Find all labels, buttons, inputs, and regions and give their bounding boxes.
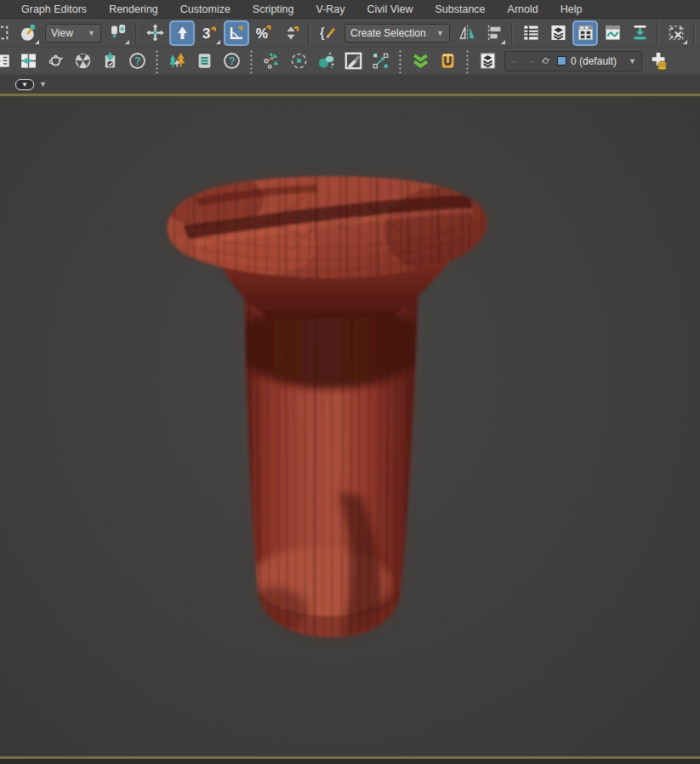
named-selection-sets-dropdown[interactable]: Create Selection Se▼ xyxy=(344,24,450,43)
reference-coordinate-system-dropdown-value: View xyxy=(51,27,81,39)
chevron-down-icon: ▼ xyxy=(88,29,95,37)
menu-item-graph-editors[interactable]: Graph Editors xyxy=(10,0,98,19)
toolbar-separator xyxy=(657,22,659,44)
toolbar-separator xyxy=(693,22,696,44)
vray-scene-export-icon[interactable] xyxy=(97,48,122,74)
window-bottom-strip xyxy=(0,759,700,764)
layer-color-swatch xyxy=(557,56,566,66)
menu-item-scripting[interactable]: Scripting xyxy=(242,0,305,19)
target-region-icon xyxy=(289,51,309,71)
vray-help-icon[interactable]: ? xyxy=(124,48,150,74)
viewport-tab-button[interactable]: ▼ xyxy=(15,79,34,90)
menu-item-help[interactable]: Help xyxy=(549,0,594,19)
perspective-viewport[interactable] xyxy=(0,96,700,756)
object-paint-icon xyxy=(344,51,363,71)
align-icon[interactable] xyxy=(481,20,507,46)
reference-coordinate-system-dropdown[interactable]: View▼ xyxy=(45,24,101,43)
svg-text:?: ? xyxy=(134,55,140,67)
layer-explorer-icon xyxy=(478,51,498,71)
toolbar-separator xyxy=(511,22,514,44)
clone-spheres-icon xyxy=(316,51,336,71)
forest-help-icon[interactable]: ? xyxy=(219,48,244,74)
select-and-place-icon xyxy=(19,23,38,43)
vray-frame-buffer-icon[interactable] xyxy=(0,48,14,74)
align-icon xyxy=(485,23,504,43)
vray-help-icon: ? xyxy=(128,51,147,71)
viewport-tab-flyout-arrow[interactable]: ▼ xyxy=(39,80,47,88)
selection-region-icon xyxy=(0,23,11,43)
svg-text:3: 3 xyxy=(202,26,209,42)
schematic-view-icon[interactable] xyxy=(663,20,689,46)
vray-viewport-render-icon xyxy=(19,51,38,71)
dock-ribbon-icon[interactable] xyxy=(627,20,652,46)
toggle-ribbon-icon xyxy=(576,23,595,43)
forest-library-icon[interactable] xyxy=(191,48,217,74)
menu-item-substance[interactable]: Substance xyxy=(424,0,497,19)
toggle-layer-explorer-icon[interactable] xyxy=(518,20,543,46)
mirror-icon[interactable] xyxy=(454,20,480,46)
edit-named-selection-sets-icon[interactable]: { xyxy=(315,20,340,46)
select-object-icon xyxy=(173,23,192,43)
scatter-tool-icon[interactable] xyxy=(259,48,284,74)
chevrons-plugin-icon xyxy=(411,51,430,71)
chevron-down-icon: ▼ xyxy=(629,57,636,66)
menu-item-arnold[interactable]: Arnold xyxy=(497,0,549,19)
vray-render-icon[interactable] xyxy=(43,48,68,74)
forest-library-icon xyxy=(195,51,214,71)
create-new-layer-icon[interactable] xyxy=(646,48,672,74)
select-and-move-icon xyxy=(145,23,165,43)
toolbar-dotted-separator xyxy=(155,49,159,73)
snaps-toggle-3d-icon[interactable]: 3 xyxy=(196,20,222,46)
forest-pack-icon xyxy=(168,51,187,71)
menu-item-civil-view[interactable]: Civil View xyxy=(356,0,424,19)
toggle-ribbon-icon[interactable] xyxy=(572,20,598,46)
transform-extract-icon xyxy=(371,51,390,71)
curve-editor-icon[interactable] xyxy=(600,20,625,46)
plugins-toolbar: ??– · – 0 (default) ▼ xyxy=(0,48,700,75)
menu-item-rendering[interactable]: Rendering xyxy=(98,0,169,19)
svg-text:%: % xyxy=(255,26,267,41)
universal-converter-icon xyxy=(438,51,458,71)
menu-item-v-ray[interactable]: V-Ray xyxy=(305,0,356,19)
svg-text:{: { xyxy=(320,24,325,41)
select-and-place-icon[interactable] xyxy=(15,20,41,46)
vray-render-icon xyxy=(46,51,65,71)
select-object-icon[interactable] xyxy=(169,20,195,46)
toggle-scene-explorer-icon[interactable] xyxy=(545,20,571,46)
chevrons-plugin-icon[interactable] xyxy=(407,48,433,74)
layer-explorer-icon[interactable] xyxy=(475,48,500,74)
current-layer-name: 0 (default) xyxy=(571,55,617,67)
use-pivot-center-icon xyxy=(109,23,128,43)
toolbar-dotted-separator xyxy=(465,49,470,73)
vray-logo-icon[interactable] xyxy=(70,48,95,74)
use-pivot-center-icon[interactable] xyxy=(105,20,131,46)
vray-viewport-render-icon[interactable] xyxy=(15,48,41,74)
universal-converter-icon[interactable] xyxy=(435,48,460,74)
forest-pack-icon[interactable] xyxy=(164,48,190,74)
schematic-view-icon xyxy=(667,23,686,43)
scatter-tool-icon xyxy=(262,51,282,71)
angle-snap-icon[interactable] xyxy=(224,20,249,46)
vray-frame-buffer-icon xyxy=(0,51,11,71)
spinner-snap-icon[interactable] xyxy=(278,20,304,46)
clone-spheres-icon[interactable] xyxy=(313,48,339,74)
select-and-move-icon[interactable] xyxy=(142,20,168,46)
toolbar-dotted-separator xyxy=(398,49,402,73)
dock-ribbon-icon xyxy=(630,23,650,43)
spinner-snap-icon xyxy=(282,23,301,43)
mirror-icon xyxy=(458,23,477,43)
menu-item-customize[interactable]: Customize xyxy=(169,0,242,19)
menu-bar: Graph EditorsRenderingCustomizeScripting… xyxy=(0,0,700,19)
percent-snap-icon[interactable]: % xyxy=(251,20,276,46)
viewport-layout-tabs-bar: ▼ ▼ xyxy=(0,75,700,94)
object-paint-icon[interactable] xyxy=(340,48,366,74)
transform-extract-icon[interactable] xyxy=(367,48,393,74)
current-layer-dropdown[interactable]: – · – 0 (default) ▼ xyxy=(504,51,642,71)
edit-named-selection-sets-icon: { xyxy=(318,23,338,43)
toolbar-separator xyxy=(135,22,138,44)
disabled-layer-buttons: – · – xyxy=(510,56,536,66)
create-new-layer-icon xyxy=(649,51,669,71)
target-region-icon[interactable] xyxy=(286,48,311,74)
selection-region-icon[interactable] xyxy=(0,20,14,46)
toggle-layer-explorer-icon xyxy=(521,23,541,43)
